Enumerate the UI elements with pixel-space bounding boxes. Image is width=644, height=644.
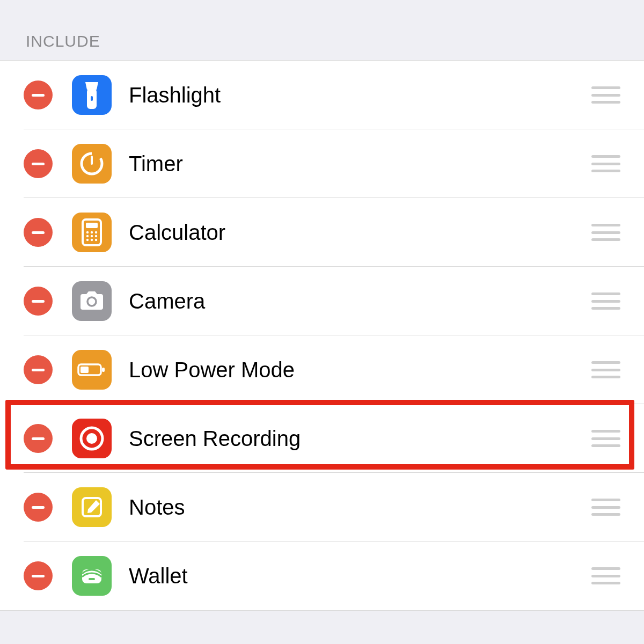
minus-icon [32, 437, 45, 440]
svg-rect-1 [91, 96, 93, 101]
list-item-wallet[interactable]: Wallet [0, 541, 644, 610]
list-item-calculator[interactable]: Calculator [0, 198, 644, 267]
list-item-screen-recording[interactable]: Screen Recording [0, 404, 644, 473]
svg-point-7 [91, 231, 93, 233]
section-header-include: INCLUDE [0, 0, 644, 60]
svg-point-14 [95, 239, 97, 241]
svg-point-9 [86, 235, 89, 237]
drag-handle[interactable] [591, 86, 620, 104]
remove-button[interactable] [24, 149, 53, 178]
item-label: Wallet [129, 564, 583, 588]
remove-button[interactable] [24, 493, 53, 522]
list-item-camera[interactable]: Camera [0, 267, 644, 335]
drag-handle[interactable] [591, 567, 620, 584]
svg-point-13 [91, 239, 93, 241]
drag-handle[interactable] [591, 430, 620, 447]
minus-icon [32, 369, 45, 371]
svg-point-8 [95, 231, 97, 233]
drag-handle[interactable] [591, 224, 620, 241]
minus-icon [32, 300, 45, 303]
list-item-flashlight[interactable]: Flashlight [0, 61, 644, 129]
minus-icon [32, 506, 45, 509]
svg-point-20 [86, 433, 97, 444]
item-label: Notes [129, 495, 583, 519]
item-label: Screen Recording [129, 427, 583, 451]
include-list: Flashlight Timer [0, 60, 644, 611]
item-label: Flashlight [129, 83, 583, 107]
svg-rect-17 [102, 368, 105, 372]
list-item-timer[interactable]: Timer [0, 129, 644, 198]
minus-icon [32, 575, 45, 577]
remove-button[interactable] [24, 287, 53, 316]
item-label: Timer [129, 152, 583, 176]
list-item-low-power-mode[interactable]: Low Power Mode [0, 335, 644, 404]
remove-button[interactable] [24, 424, 53, 453]
svg-point-10 [91, 235, 93, 237]
item-label: Camera [129, 289, 583, 313]
item-label: Calculator [129, 221, 583, 245]
remove-button[interactable] [24, 218, 53, 247]
svg-rect-18 [80, 367, 89, 373]
svg-point-12 [86, 239, 89, 241]
drag-handle[interactable] [591, 361, 620, 378]
minus-icon [32, 163, 45, 165]
remove-button[interactable] [24, 355, 53, 384]
camera-icon [72, 281, 112, 321]
minus-icon [32, 231, 45, 234]
drag-handle[interactable] [591, 292, 620, 310]
timer-icon [72, 144, 112, 184]
notes-icon [72, 487, 112, 527]
svg-point-6 [86, 231, 89, 233]
svg-rect-23 [89, 578, 95, 580]
flashlight-icon [72, 75, 112, 115]
drag-handle[interactable] [591, 155, 620, 172]
drag-handle[interactable] [591, 499, 620, 516]
calculator-icon [72, 213, 112, 252]
battery-icon [72, 350, 112, 390]
item-label: Low Power Mode [129, 358, 583, 382]
minus-icon [32, 94, 45, 97]
svg-point-11 [95, 235, 97, 237]
list-item-notes[interactable]: Notes [0, 473, 644, 541]
remove-button[interactable] [24, 80, 53, 109]
wallet-icon [72, 556, 112, 596]
svg-rect-5 [86, 223, 98, 228]
record-icon [72, 419, 112, 458]
remove-button[interactable] [24, 561, 53, 590]
